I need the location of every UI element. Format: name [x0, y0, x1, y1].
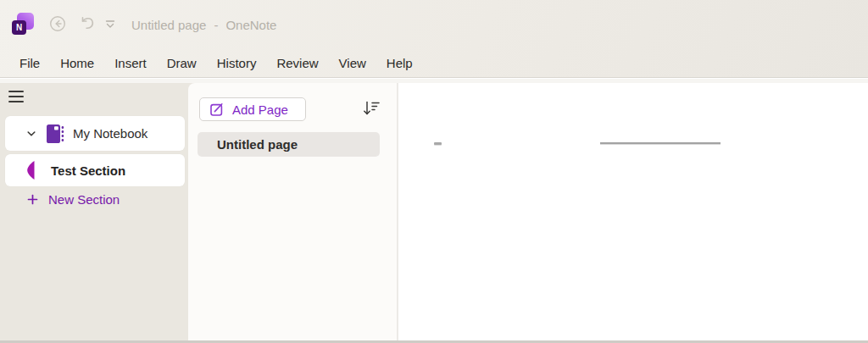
add-page-label: Add Page	[232, 102, 288, 117]
menu-review[interactable]: Review	[276, 56, 318, 70]
menu-home[interactable]: Home	[60, 56, 94, 70]
sidebar-item-test-section[interactable]: Test Section	[5, 154, 185, 186]
section-label: Test Section	[51, 163, 125, 178]
hamburger-icon	[8, 91, 24, 92]
notebook-item[interactable]: My Notebook	[5, 116, 185, 151]
new-section-button[interactable]: New Section	[27, 191, 120, 207]
page-list-item[interactable]: Untitled page	[198, 132, 380, 157]
ink-stroke-short	[434, 142, 442, 145]
chevron-down-icon	[25, 128, 37, 140]
notebook-label: My Notebook	[73, 126, 147, 141]
notebook-sidebar: My Notebook Test Section New Section	[0, 83, 188, 340]
app-body: My Notebook Test Section New Section	[0, 83, 868, 340]
window-title-app: OneNote	[225, 18, 276, 32]
ink-stroke-long	[600, 142, 721, 144]
navigation-menu-button[interactable]	[8, 91, 24, 102]
window-title-separator: -	[214, 18, 218, 32]
onenote-app-icon: N	[12, 13, 34, 35]
page-list: Untitled page	[198, 132, 380, 157]
new-section-label: New Section	[48, 192, 120, 207]
undo-button[interactable]	[78, 14, 97, 33]
onenote-window: { "colors": { "accent_purple": "#7719aa"…	[0, 0, 868, 343]
window-title-page: Untitled page	[131, 18, 206, 32]
back-button[interactable]	[49, 15, 66, 32]
plus-icon	[27, 194, 38, 205]
back-circle-arrow-icon	[49, 15, 66, 32]
menu-view[interactable]: View	[339, 56, 366, 70]
menu-insert[interactable]: Insert	[114, 56, 147, 70]
undo-arrow-icon	[78, 14, 97, 33]
add-page-button[interactable]: Add Page	[199, 97, 306, 121]
chevron-down-overline-icon	[103, 19, 117, 30]
section-tab-icon	[26, 160, 36, 180]
onenote-app-icon-letter: N	[12, 20, 26, 35]
sort-descending-icon	[362, 99, 381, 118]
menu-help[interactable]: Help	[387, 56, 413, 70]
quick-access-toolbar-button[interactable]	[103, 19, 117, 30]
notebook-icon	[46, 123, 65, 145]
note-canvas[interactable]	[398, 83, 868, 340]
menu-draw[interactable]: Draw	[167, 56, 197, 70]
window-title: Untitled page-OneNote	[131, 18, 276, 32]
menu-history[interactable]: History	[217, 56, 257, 70]
menubar: File Home Insert Draw History Review Vie…	[19, 47, 413, 78]
page-title: Untitled page	[217, 137, 298, 152]
menu-file[interactable]: File	[19, 56, 40, 70]
ribbon: N Untitled page-OneNote	[0, 0, 868, 78]
page-list-panel: Add Page Untitled page	[188, 83, 397, 340]
sort-pages-button[interactable]	[362, 99, 381, 118]
compose-icon	[209, 102, 225, 117]
